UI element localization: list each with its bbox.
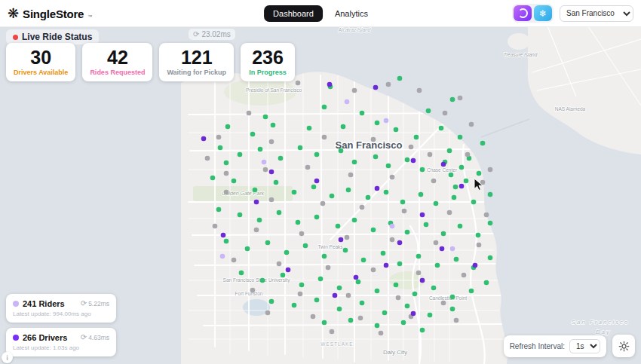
map-dot-ride-in-progress[interactable] <box>337 307 342 312</box>
mapbox-attribution-icon[interactable]: i <box>2 352 13 363</box>
map-dot-ride-in-progress[interactable] <box>346 188 351 193</box>
map-dot-ride-in-progress[interactable] <box>269 299 274 304</box>
map-dot-ride-in-progress[interactable] <box>424 222 429 228</box>
map-dot-idle[interactable] <box>441 301 446 306</box>
map-dot-idle[interactable] <box>386 82 391 87</box>
map-dot-idle[interactable] <box>465 152 471 158</box>
map-dot-idle[interactable] <box>311 314 316 320</box>
map-dot-ride-in-progress[interactable] <box>447 148 452 154</box>
map-dot-rider[interactable] <box>450 246 455 252</box>
map-dot-ride-in-progress[interactable] <box>253 188 258 193</box>
map-dot-idle[interactable] <box>213 224 218 229</box>
map-dot-idle[interactable] <box>232 258 237 263</box>
map-dot-ride-in-progress[interactable] <box>420 328 425 333</box>
map-dot-ride-in-progress[interactable] <box>469 289 474 294</box>
map-dot-ride-in-progress[interactable] <box>477 171 482 176</box>
map-dot-idle[interactable] <box>431 179 437 184</box>
map-dot-idle[interactable] <box>265 310 271 316</box>
map-dot-ride-in-progress[interactable] <box>476 233 481 238</box>
map-dot-ride-in-progress[interactable] <box>250 132 256 137</box>
map-dot-idle[interactable] <box>298 292 303 297</box>
map-dot-driver[interactable] <box>375 186 380 191</box>
map-dot-idle[interactable] <box>417 88 422 93</box>
map-dot-ride-in-progress[interactable] <box>361 258 367 263</box>
theme-toggle-button[interactable] <box>612 335 635 357</box>
map-dot-idle[interactable] <box>488 167 493 173</box>
map-dot-ride-in-progress[interactable] <box>314 152 320 158</box>
map-dot-ride-in-progress[interactable] <box>337 286 342 291</box>
map-dot-ride-in-progress[interactable] <box>224 161 229 166</box>
map-dot-idle[interactable] <box>216 135 222 140</box>
map-dot-idle[interactable] <box>250 288 256 293</box>
map-dot-driver[interactable] <box>327 82 333 87</box>
map-dot-driver[interactable] <box>473 263 478 268</box>
map-dot-ride-in-progress[interactable] <box>458 135 463 140</box>
map-dot-ride-in-progress[interactable] <box>339 148 344 154</box>
map-dot-ride-in-progress[interactable] <box>336 224 341 229</box>
map-dot-ride-in-progress[interactable] <box>401 320 406 326</box>
map-dot-ride-in-progress[interactable] <box>488 255 493 261</box>
map-dot-ride-in-progress[interactable] <box>218 145 223 151</box>
map-dot-ride-in-progress[interactable] <box>488 192 493 197</box>
snowflake-db-toggle-button[interactable]: ❄ <box>534 5 552 21</box>
tab-dashboard[interactable]: Dashboard <box>264 5 323 22</box>
map-dot-driver[interactable] <box>286 268 291 273</box>
map-dot-driver[interactable] <box>420 213 425 218</box>
map-dot-ride-in-progress[interactable] <box>452 195 457 200</box>
map-dot-ride-in-progress[interactable] <box>397 76 403 81</box>
map-dot-ride-in-progress[interactable] <box>375 121 380 126</box>
map-dot-ride-in-progress[interactable] <box>314 298 320 303</box>
map-dot-ride-in-progress[interactable] <box>386 164 391 169</box>
map-dot-ride-in-progress[interactable] <box>318 277 324 282</box>
map-dot-ride-in-progress[interactable] <box>441 231 446 237</box>
map-dot-ride-in-progress[interactable] <box>397 262 403 267</box>
map-dot-idle[interactable] <box>443 111 448 116</box>
map-dot-ride-in-progress[interactable] <box>245 246 250 252</box>
map-dot-idle[interactable] <box>462 273 467 278</box>
map-dot-driver[interactable] <box>441 162 446 167</box>
map-dot-ride-in-progress[interactable] <box>314 215 320 220</box>
singlestore-db-toggle-button[interactable] <box>514 5 532 21</box>
map-dot-ride-in-progress[interactable] <box>375 289 380 294</box>
map-dot-ride-in-progress[interactable] <box>480 141 486 146</box>
map-dot-idle[interactable] <box>352 88 357 93</box>
map-dot-driver[interactable] <box>254 200 259 205</box>
map-dot-idle[interactable] <box>390 237 395 243</box>
map-dot-driver[interactable] <box>333 293 338 298</box>
map-dot-driver[interactable] <box>269 170 274 175</box>
map-dot-driver[interactable] <box>201 136 207 142</box>
map-dot-ride-in-progress[interactable] <box>224 239 229 244</box>
map-dot-ride-in-progress[interactable] <box>352 218 357 223</box>
map-dot-ride-in-progress[interactable] <box>450 307 455 312</box>
map-dot-ride-in-progress[interactable] <box>239 271 244 276</box>
map-dot-ride-in-progress[interactable] <box>450 97 455 102</box>
map-dot-idle[interactable] <box>458 96 463 101</box>
map-dot-ride-in-progress[interactable] <box>277 210 282 216</box>
map-dot-ride-in-progress[interactable] <box>428 313 433 318</box>
map-dot-driver[interactable] <box>354 275 359 280</box>
map-dot-rider[interactable] <box>262 160 267 165</box>
map-dot-ride-in-progress[interactable] <box>260 278 265 283</box>
map-dot-ride-in-progress[interactable] <box>488 221 493 226</box>
map-dot-idle[interactable] <box>454 318 459 323</box>
map-dot-ride-in-progress[interactable] <box>405 158 410 163</box>
map-dot-ride-in-progress[interactable] <box>210 176 216 181</box>
map-dot-ride-in-progress[interactable] <box>431 286 437 291</box>
map-dot-idle[interactable] <box>277 262 282 267</box>
map-dot-idle[interactable] <box>396 295 401 301</box>
map-dot-ride-in-progress[interactable] <box>419 192 424 197</box>
map-dot-ride-in-progress[interactable] <box>284 250 290 255</box>
map-dot-ride-in-progress[interactable] <box>298 145 303 151</box>
map-dot-idle[interactable] <box>484 213 489 218</box>
refresh-interval-select[interactable]: 1s <box>569 339 600 353</box>
map-dot-idle[interactable] <box>390 175 395 180</box>
map-dot-idle[interactable] <box>305 165 311 170</box>
map-dot-idle[interactable] <box>254 228 259 233</box>
map-dot-ride-in-progress[interactable] <box>343 248 348 253</box>
map-dot-ride-in-progress[interactable] <box>420 167 425 173</box>
map-dot-ride-in-progress[interactable] <box>225 124 231 130</box>
map-dot-ride-in-progress[interactable] <box>405 304 410 309</box>
map-dot-idle[interactable] <box>269 139 274 145</box>
map-dot-idle[interactable] <box>263 167 268 173</box>
map-dot-ride-in-progress[interactable] <box>435 263 440 268</box>
